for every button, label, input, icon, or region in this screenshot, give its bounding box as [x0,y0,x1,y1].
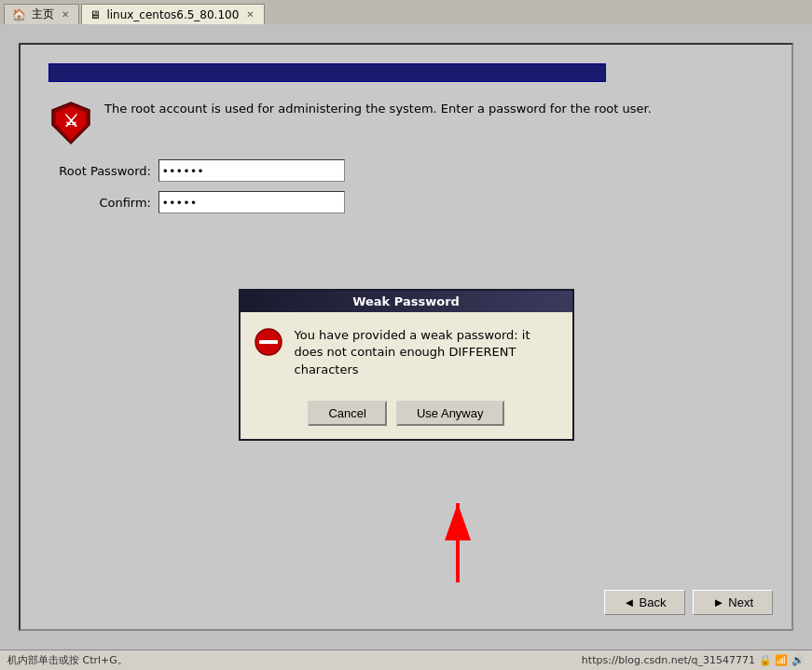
tab-home[interactable]: 🏠 主页 ✕ [4,4,79,24]
dialog-title-bar: Weak Password [241,291,572,312]
confirm-password-input[interactable] [158,191,345,213]
home-tab-close[interactable]: ✕ [60,9,71,20]
tab-bar: 🏠 主页 ✕ 🖥 linux_centos6.5_80.100 ✕ [0,0,812,24]
use-anyway-button[interactable]: Use Anyway [396,401,504,426]
vm-tab-label: linux_centos6.5_80.100 [106,8,239,21]
status-url: https://blog.csdn.net/q_31547771 [582,654,755,666]
root-password-row: Root Password: [58,159,764,182]
system-tray: 🔒 📶 🔊 [759,654,805,666]
root-password-input[interactable] [158,159,345,182]
form-section: Root Password: Confirm: [58,159,764,213]
dialog-buttons: Cancel Use Anyway [241,393,572,439]
header-section: ⚔ The root account is used for administe… [48,101,764,145]
shield-icon: ⚔ [48,101,93,145]
tab-vm[interactable]: 🖥 linux_centos6.5_80.100 ✕ [81,4,264,24]
content-area: ⚔ The root account is used for administe… [48,101,764,213]
status-bar: 机内部单击或按 Ctrl+G。 https://blog.csdn.net/q_… [0,649,812,670]
dialog-title: Weak Password [352,294,460,308]
next-button[interactable]: ► Next [693,590,773,615]
header-description: The root account is used for administeri… [104,101,652,117]
dialog-message: You have provided a weak password: it do… [295,327,559,378]
browser-chrome: 🏠 主页 ✕ 🖥 linux_centos6.5_80.100 ✕ [0,0,812,24]
dialog-body: You have provided a weak password: it do… [241,312,572,393]
svg-text:⚔: ⚔ [63,112,78,130]
status-right: https://blog.csdn.net/q_31547771 🔒 📶 🔊 [582,654,805,666]
confirm-password-row: Confirm: [58,191,764,213]
back-label: Back [639,595,666,609]
vm-tab-icon: 🖥 [89,8,101,21]
home-tab-label: 主页 [32,7,54,22]
vm-tab-close[interactable]: ✕ [244,9,255,20]
weak-password-dialog: Weak Password You have provided a weak p… [239,289,574,441]
progress-bar [48,63,606,82]
svg-rect-6 [259,340,278,344]
back-arrow-icon: ◄ [624,595,636,609]
red-arrow-indicator [434,494,481,587]
vm-screen: ⚔ The root account is used for administe… [19,43,793,631]
error-icon [254,327,283,357]
status-left: 机内部单击或按 Ctrl+G。 [7,653,128,667]
next-arrow-icon: ► [712,595,724,609]
progress-bar-container [48,63,764,82]
root-password-label: Root Password: [58,164,151,178]
confirm-label: Confirm: [58,196,151,210]
nav-buttons: ◄ Back ► Next [604,590,773,615]
next-label: Next [728,595,753,609]
cancel-button[interactable]: Cancel [308,401,386,426]
home-tab-icon: 🏠 [12,8,26,21]
browser-body: ⚔ The root account is used for administe… [0,24,812,649]
back-button[interactable]: ◄ Back [604,590,686,615]
